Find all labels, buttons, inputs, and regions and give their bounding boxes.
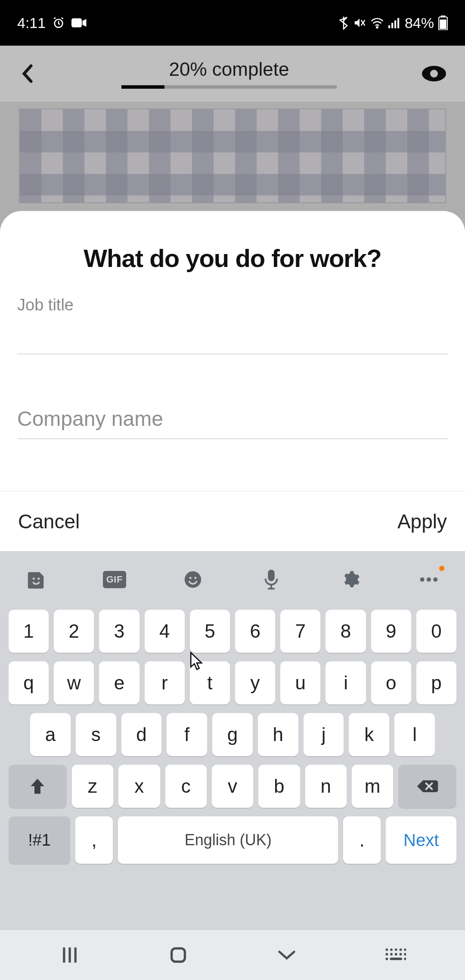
key-i[interactable]: i (326, 661, 366, 704)
key-o[interactable]: o (371, 661, 411, 704)
key-z[interactable]: z (72, 765, 113, 808)
svg-rect-1 (71, 19, 82, 28)
svg-point-24 (433, 577, 437, 582)
key-p[interactable]: p (416, 661, 456, 704)
key-2[interactable]: 2 (54, 610, 94, 653)
apply-button[interactable]: Apply (397, 510, 447, 533)
wifi-icon (370, 17, 384, 28)
key-d[interactable]: d (121, 713, 162, 756)
svg-point-29 (386, 949, 388, 951)
key-u[interactable]: u (280, 661, 320, 704)
key-period[interactable]: . (343, 816, 381, 864)
svg-point-30 (390, 949, 393, 951)
key-7[interactable]: 7 (280, 610, 320, 653)
status-camera-icon (71, 17, 87, 29)
key-g[interactable]: g (212, 713, 253, 756)
bluetooth-icon (338, 16, 349, 30)
keyboard-toolbar: GIF (0, 551, 465, 608)
cancel-button[interactable]: Cancel (18, 510, 80, 533)
svg-point-23 (427, 577, 431, 582)
svg-rect-5 (388, 25, 390, 28)
key-next[interactable]: Next (386, 816, 456, 864)
job-title-label: Job title (17, 296, 448, 314)
key-y[interactable]: y (235, 661, 275, 704)
svg-point-32 (400, 949, 402, 951)
key-m[interactable]: m (352, 765, 393, 808)
backspace-icon (416, 778, 439, 794)
key-row-bottom: !#1 , English (UK) . Next (9, 816, 456, 864)
svg-rect-8 (397, 18, 399, 28)
settings-icon[interactable] (338, 568, 362, 592)
key-l[interactable]: l (394, 713, 435, 756)
company-field (0, 397, 465, 439)
emoji-icon[interactable] (181, 568, 205, 592)
job-title-field: Job title (0, 290, 465, 354)
svg-point-4 (376, 27, 378, 28)
key-4[interactable]: 4 (145, 610, 185, 653)
status-bar: 4:11 84% (0, 0, 465, 46)
svg-point-37 (400, 953, 402, 955)
signal-icon (388, 17, 400, 28)
key-row-asdf: a s d f g h j k l (9, 713, 456, 756)
key-r[interactable]: r (145, 661, 185, 704)
key-q[interactable]: q (9, 661, 49, 704)
key-e[interactable]: e (99, 661, 139, 704)
key-0[interactable]: 0 (416, 610, 456, 653)
key-k[interactable]: k (349, 713, 389, 756)
svg-point-36 (395, 953, 397, 955)
svg-rect-40 (390, 958, 403, 960)
svg-point-31 (395, 949, 397, 951)
svg-rect-11 (440, 19, 446, 29)
svg-rect-7 (394, 20, 396, 28)
work-sheet: What do you do for work? Job title Cance… (0, 211, 465, 551)
key-comma[interactable]: , (75, 816, 113, 864)
job-title-input[interactable] (17, 319, 448, 354)
key-space[interactable]: English (UK) (118, 816, 338, 864)
more-icon[interactable] (417, 568, 441, 592)
key-row-zxcv: z x c v b n m (9, 765, 456, 808)
svg-point-38 (404, 953, 406, 955)
key-t[interactable]: t (190, 661, 230, 704)
svg-point-34 (386, 953, 388, 955)
key-j[interactable]: j (304, 713, 344, 756)
nav-home[interactable] (161, 943, 195, 968)
nav-recents[interactable] (53, 943, 87, 968)
key-8[interactable]: 8 (326, 610, 366, 653)
svg-point-22 (420, 577, 425, 582)
key-h[interactable]: h (258, 713, 298, 756)
key-f[interactable]: f (167, 713, 207, 756)
key-shift[interactable] (9, 765, 67, 808)
key-b[interactable]: b (258, 765, 300, 808)
key-9[interactable]: 9 (371, 610, 411, 653)
key-v[interactable]: v (212, 765, 253, 808)
key-a[interactable]: a (30, 713, 71, 756)
svg-point-33 (404, 949, 406, 951)
nav-ime-switch[interactable] (378, 943, 412, 968)
notification-dot (439, 566, 444, 571)
company-input[interactable] (17, 403, 448, 439)
svg-point-17 (189, 577, 191, 579)
key-n[interactable]: n (305, 765, 347, 808)
status-alarm-icon (52, 16, 65, 30)
svg-point-18 (194, 577, 196, 579)
svg-point-41 (404, 958, 406, 960)
key-w[interactable]: w (54, 661, 94, 704)
mic-icon[interactable] (259, 568, 283, 592)
nav-back[interactable] (270, 943, 304, 968)
key-3[interactable]: 3 (99, 610, 139, 653)
key-5[interactable]: 5 (190, 610, 230, 653)
battery-icon (438, 16, 448, 30)
key-1[interactable]: 1 (9, 610, 49, 653)
key-s[interactable]: s (76, 713, 116, 756)
gif-icon[interactable]: GIF (103, 571, 126, 588)
key-6[interactable]: 6 (235, 610, 275, 653)
key-x[interactable]: x (118, 765, 160, 808)
key-backspace[interactable] (398, 765, 456, 808)
key-symbols[interactable]: !#1 (9, 816, 70, 864)
battery-percent: 84% (405, 15, 434, 31)
svg-rect-28 (172, 949, 185, 962)
key-c[interactable]: c (165, 765, 207, 808)
svg-rect-19 (268, 570, 275, 581)
sticker-icon[interactable] (24, 568, 48, 592)
svg-point-15 (37, 578, 40, 580)
